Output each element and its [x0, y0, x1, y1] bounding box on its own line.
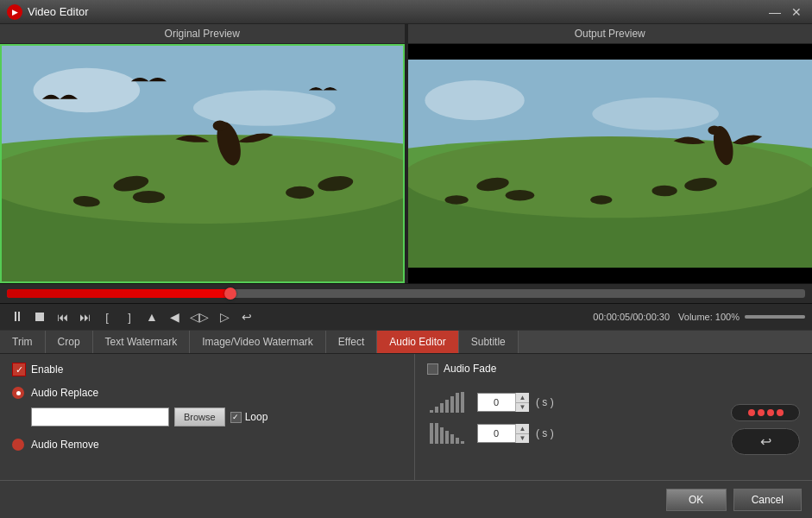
output-scene — [408, 44, 813, 283]
original-preview-video — [0, 44, 405, 283]
svg-rect-38 — [440, 427, 444, 444]
svg-point-16 — [425, 80, 524, 120]
action-buttons: ↩ — [731, 404, 800, 455]
svg-rect-41 — [456, 438, 459, 444]
title-bar: ▶ Video Editor — ✕ — [0, 0, 812, 24]
svg-point-25 — [444, 195, 468, 204]
audio-replace-label: Audio Replace — [31, 387, 98, 399]
svg-rect-40 — [450, 434, 454, 444]
mirror-button[interactable]: ◁▷ — [186, 308, 212, 325]
loop-row: Loop — [230, 411, 268, 423]
svg-rect-30 — [435, 407, 438, 413]
fade-in-up[interactable]: ▲ — [516, 393, 529, 403]
next-frame-button[interactable]: ⏭ — [74, 309, 95, 325]
tab-image-watermark[interactable]: Image/Video Watermark — [190, 331, 326, 353]
clip-start-button[interactable]: ▲ — [142, 308, 162, 325]
output-scene-svg — [408, 60, 813, 268]
tab-bar: Trim Crop Text Watermark Image/Video Wat… — [0, 330, 812, 354]
fade-in-spinners: ▲ ▼ — [515, 393, 529, 412]
fade-out-spinners: ▲ ▼ — [515, 424, 529, 443]
audio-replace-radio[interactable] — [12, 387, 24, 399]
svg-point-20 — [408, 136, 813, 218]
left-panel: Enable Audio Replace Browse Loop Audio R… — [0, 354, 415, 480]
bottom-bar: OK Cancel — [0, 480, 812, 518]
prev-clip-button[interactable]: ◀ — [164, 308, 185, 325]
svg-rect-32 — [445, 400, 449, 413]
right-panel: Audio Fade — [415, 354, 812, 480]
tab-effect[interactable]: Effect — [326, 331, 377, 353]
ok-button[interactable]: OK — [666, 489, 727, 511]
tab-trim[interactable]: Trim — [0, 331, 46, 353]
seek-area — [0, 283, 812, 303]
fade-out-unit: ( s ) — [536, 427, 554, 439]
btn-dots — [748, 409, 784, 416]
svg-rect-37 — [435, 423, 438, 444]
audio-fade-row: Audio Fade — [427, 363, 800, 375]
browse-button[interactable]: Browse — [174, 407, 225, 426]
audio-remove-label: Audio Remove — [31, 439, 99, 451]
fade-controls: ▲ ▼ ( s ) — [427, 390, 554, 445]
audio-fade-label: Audio Fade — [444, 363, 496, 375]
svg-rect-35 — [461, 392, 464, 413]
reset-action-button[interactable]: ↩ — [731, 428, 800, 455]
tab-crop[interactable]: Crop — [46, 331, 93, 353]
app-icon: ▶ — [7, 4, 22, 20]
fade-and-actions: ▲ ▼ ( s ) — [427, 387, 800, 455]
svg-rect-29 — [430, 410, 433, 413]
minimize-button[interactable]: — — [765, 5, 784, 19]
pause-button[interactable]: ⏸ — [7, 307, 28, 326]
audio-file-input[interactable] — [31, 407, 169, 426]
start-button[interactable]: [ — [97, 309, 117, 325]
fade-in-unit: ( s ) — [536, 396, 554, 408]
svg-point-22 — [708, 125, 721, 134]
fade-in-icon — [427, 390, 470, 414]
svg-point-24 — [505, 190, 534, 201]
content-area: Enable Audio Replace Browse Loop Audio R… — [0, 354, 812, 480]
prev-frame-button[interactable]: ⏮ — [52, 309, 72, 325]
stop-button[interactable]: ⏹ — [29, 307, 50, 326]
enable-checkbox[interactable] — [12, 363, 26, 376]
svg-point-3 — [193, 91, 336, 126]
enable-label: Enable — [31, 363, 63, 376]
tab-text-watermark[interactable]: Text Watermark — [93, 331, 191, 353]
seek-bar[interactable] — [7, 289, 805, 298]
output-preview-panel: Output Preview — [408, 24, 813, 283]
volume-fill — [745, 315, 805, 319]
enable-row: Enable — [12, 363, 402, 376]
tab-subtitle[interactable]: Subtitle — [459, 331, 519, 353]
svg-rect-39 — [445, 431, 449, 444]
cancel-button[interactable]: Cancel — [733, 489, 802, 511]
fade-out-down[interactable]: ▼ — [516, 434, 529, 444]
app-title: Video Editor — [28, 5, 89, 18]
svg-point-17 — [592, 98, 719, 130]
original-preview-label: Original Preview — [0, 24, 405, 44]
tab-audio-editor[interactable]: Audio Editor — [377, 331, 458, 353]
seek-fill — [7, 289, 230, 298]
svg-point-8 — [213, 121, 227, 131]
svg-rect-33 — [450, 396, 454, 413]
seek-thumb[interactable] — [224, 287, 236, 300]
audio-replace-row: Audio Replace — [12, 387, 402, 399]
transport-area: ⏸ ⏹ ⏮ ⏭ [ ] ▲ ◀ ◁▷ ▷ ↩ 00:00:05/00:00:30… — [0, 303, 812, 330]
volume-slider[interactable] — [745, 315, 805, 319]
svg-rect-42 — [461, 441, 464, 444]
audio-fade-checkbox[interactable] — [427, 363, 438, 375]
loop-label: Loop — [245, 411, 268, 423]
record-action-button[interactable] — [731, 404, 800, 421]
undo-button[interactable]: ↩ — [236, 308, 257, 325]
loop-checkbox[interactable] — [230, 412, 242, 423]
fade-in-row: ▲ ▼ ( s ) — [427, 390, 554, 414]
audio-remove-row: Audio Remove — [12, 439, 402, 451]
fade-out-icon — [427, 421, 470, 445]
close-button[interactable]: ✕ — [788, 5, 805, 19]
rotate-button[interactable]: ▷ — [214, 308, 235, 325]
time-display: 00:00:05/00:00:30 — [593, 312, 670, 322]
original-scene-svg — [2, 46, 403, 281]
original-preview-panel: Original Preview — [0, 24, 405, 283]
fade-out-input-wrap: ▲ ▼ — [477, 424, 529, 443]
fade-out-up[interactable]: ▲ — [516, 424, 529, 434]
fade-in-down[interactable]: ▼ — [516, 403, 529, 413]
svg-rect-34 — [456, 393, 459, 413]
preview-area: Original Preview — [0, 24, 812, 283]
end-button[interactable]: ] — [119, 309, 140, 325]
